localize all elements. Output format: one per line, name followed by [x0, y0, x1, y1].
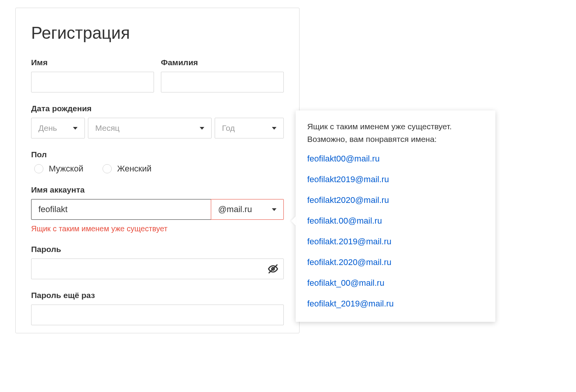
suggestion-link[interactable]: feofilakt00@mail.ru [307, 154, 484, 164]
dob-month-placeholder: Месяц [95, 124, 119, 133]
domain-select[interactable]: @mail.ru [211, 199, 284, 220]
password2-input[interactable] [31, 305, 284, 325]
popover-line2: Возможно, вам понравятся имена: [307, 135, 437, 143]
gender-male-radio[interactable]: Мужской [34, 164, 83, 174]
suggestion-link[interactable]: feofilakt.00@mail.ru [307, 216, 484, 226]
last-name-input[interactable] [161, 72, 284, 92]
page-title: Регистрация [31, 23, 284, 43]
gender-female-radio[interactable]: Женский [103, 164, 152, 174]
account-name-label: Имя аккаунта [31, 185, 284, 194]
password2-label: Пароль ещё раз [31, 291, 284, 300]
dob-day-placeholder: День [38, 124, 57, 133]
gender-male-label: Мужской [49, 164, 83, 174]
suggestion-link[interactable]: feofilakt_2019@mail.ru [307, 299, 484, 309]
password-label: Пароль [31, 245, 284, 254]
registration-form: Регистрация Имя Фамилия Дата рождения Де… [15, 8, 300, 333]
suggestion-link[interactable]: feofilakt_00@mail.ru [307, 278, 484, 288]
chevron-down-icon [200, 127, 204, 130]
gender-female-label: Женский [117, 164, 152, 174]
popover-line1: Ящик с таким именем уже существует. [307, 122, 452, 131]
dob-year-placeholder: Год [222, 124, 235, 133]
suggestion-link[interactable]: feofilakt2019@mail.ru [307, 175, 484, 184]
popover-message: Ящик с таким именем уже существует. Возм… [307, 120, 484, 145]
password-input[interactable] [31, 259, 284, 279]
chevron-down-icon [73, 127, 78, 130]
suggestion-link[interactable]: feofilakt.2019@mail.ru [307, 237, 484, 247]
dob-month-select[interactable]: Месяц [88, 118, 212, 138]
suggestion-list: feofilakt00@mail.rufeofilakt2019@mail.ru… [307, 154, 484, 309]
dob-year-select[interactable]: Год [215, 118, 284, 138]
eye-off-icon[interactable] [268, 264, 278, 274]
dob-day-select[interactable]: День [31, 118, 85, 138]
suggestion-link[interactable]: feofilakt.2020@mail.ru [307, 257, 484, 267]
gender-label: Пол [31, 150, 284, 159]
dob-label: Дата рождения [31, 104, 284, 113]
first-name-label: Имя [31, 58, 154, 67]
suggestion-link[interactable]: feofilakt2020@mail.ru [307, 195, 484, 205]
domain-value: @mail.ru [218, 204, 252, 214]
last-name-label: Фамилия [161, 58, 284, 67]
account-error-text: Ящик с таким именем уже существует [31, 224, 284, 233]
first-name-input[interactable] [31, 72, 154, 92]
radio-icon [103, 164, 112, 173]
chevron-down-icon [272, 208, 276, 211]
chevron-down-icon [272, 127, 276, 130]
account-name-input[interactable]: feofilakt [31, 199, 211, 220]
suggestions-popover: Ящик с таким именем уже существует. Возм… [296, 110, 495, 322]
radio-icon [34, 164, 43, 173]
